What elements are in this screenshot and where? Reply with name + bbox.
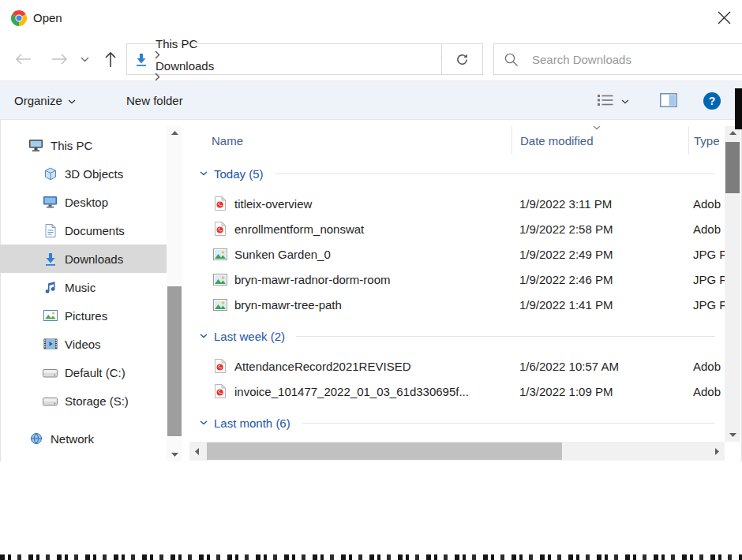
horizontal-scrollbar[interactable] [189, 442, 725, 461]
address-bar[interactable]: This PCDownloads [126, 43, 459, 75]
file-group-today-5: Today (5)titleix-overview1/9/2022 3:11 P… [189, 162, 725, 317]
chevron-down-icon [200, 420, 208, 425]
group-header[interactable]: Last week (2) [189, 325, 725, 347]
pdf-file-icon [213, 196, 227, 211]
sidebar-item-desktop[interactable]: Desktop [0, 188, 167, 216]
desktop-icon [43, 196, 58, 208]
file-row-attendancerecord2021revised[interactable]: AttendanceRecord2021REVISED1/6/2022 10:5… [189, 353, 725, 379]
breadcrumb: This PCDownloads [152, 37, 217, 81]
music-icon [43, 281, 58, 294]
column-header-name[interactable]: Name [189, 134, 512, 147]
file-group-last-month-6: Last month (6) [189, 412, 725, 442]
file-group-last-week-2: Last week (2)AttendanceRecord2021REVISED… [189, 325, 725, 404]
sidebar-item-music[interactable]: Music [0, 273, 167, 301]
scroll-right-icon[interactable] [715, 442, 719, 461]
file-row-bryn-mawr-radnor-dorm-room[interactable]: bryn-mawr-radnor-dorm-room1/9/2022 2:46 … [189, 267, 725, 292]
chevron-down-icon [200, 171, 208, 176]
file-list: Today (5)titleix-overview1/9/2022 3:11 P… [189, 162, 725, 442]
breadcrumb-item-this-pc[interactable]: This PC [152, 37, 200, 50]
file-list-scrollbar-thumb[interactable] [725, 142, 740, 193]
file-row-enrollmentform-nonswat[interactable]: enrollmentform_nonswat1/9/2022 2:58 PMAd… [189, 216, 725, 241]
downloads-folder-icon [135, 53, 148, 66]
sidebar-item-storage-s[interactable]: Storage (S:) [0, 386, 167, 415]
navigation-bar: This PCDownloads [0, 38, 742, 80]
column-header-type[interactable]: Type [688, 126, 725, 155]
sidebar-item-3d-objects[interactable]: 3D Objects [0, 159, 167, 188]
image-file-icon [213, 299, 227, 311]
change-view-button[interactable] [597, 81, 629, 119]
pdf-file-icon [213, 384, 227, 398]
recent-locations-button[interactable] [77, 46, 92, 73]
preview-pane-button[interactable] [660, 93, 677, 107]
file-row-bryn-mawr-tree-path[interactable]: bryn-mawr-tree-path1/9/2022 1:41 PMJPG F [189, 292, 725, 317]
chevron-down-icon [68, 99, 76, 104]
pictures-icon [43, 310, 58, 321]
file-row-sunken-garden-0[interactable]: Sunken Garden_01/9/2022 2:49 PMJPG F [189, 241, 725, 267]
sidebar-item-this-pc[interactable]: This PC [0, 131, 167, 159]
column-header-date-modified[interactable]: Date modified [512, 126, 688, 155]
close-icon [718, 11, 732, 24]
scroll-up-icon[interactable] [725, 131, 740, 135]
file-row-invoice-101477-2022-01-03-61d330695f[interactable]: invoice_101477_2022_01_03_61d330695f...1… [189, 379, 725, 404]
organize-button[interactable]: Organize [14, 81, 76, 119]
image-file-icon [213, 248, 227, 260]
downloads-icon [43, 252, 58, 266]
documents-icon [43, 224, 58, 237]
open-file-dialog: Open This PCDownloads Organize [0, 0, 742, 560]
pdf-file-icon [213, 359, 227, 373]
list-view-icon [597, 93, 614, 107]
sort-descending-icon [593, 126, 601, 130]
file-list-scrollbar[interactable] [725, 126, 740, 442]
file-list-area: Name Date modified Type Today (5)titleix… [189, 126, 725, 442]
new-folder-button[interactable]: New folder [126, 81, 183, 119]
pdf-file-icon [213, 222, 227, 236]
group-header[interactable]: Today (5) [189, 162, 725, 185]
sidebar-item-default-c[interactable]: Default (C:) [0, 358, 167, 386]
navigation-pane: This PC3D ObjectsDesktopDocumentsDownloa… [0, 126, 167, 461]
breadcrumb-item-downloads[interactable]: Downloads [152, 59, 217, 73]
image-file-icon [213, 274, 227, 286]
dialog-footer: File name: All Files Open Cancel [0, 461, 742, 560]
chevron-right-icon[interactable] [152, 50, 217, 59]
chevron-down-icon [200, 334, 208, 338]
sidebar-item-documents[interactable]: Documents [0, 216, 167, 245]
chevron-down-icon [621, 99, 629, 104]
background-page-artifact [735, 88, 742, 129]
file-row-titleix-overview[interactable]: titleix-overview1/9/2022 3:11 PMAdob [189, 191, 725, 216]
sidebar-item-pictures[interactable]: Pictures [0, 301, 167, 330]
help-button[interactable]: ? [703, 92, 721, 110]
search-icon [504, 52, 519, 67]
up-button[interactable] [98, 46, 123, 73]
help-icon: ? [703, 92, 721, 110]
cube-icon [43, 167, 58, 181]
videos-icon [43, 338, 58, 349]
column-headers: Name Date modified Type [189, 126, 725, 155]
close-button[interactable] [718, 11, 732, 25]
svg-text:?: ? [709, 95, 716, 107]
window-title: Open [33, 0, 62, 38]
titlebar: Open [0, 0, 742, 38]
search-input[interactable] [530, 52, 742, 67]
forward-button[interactable] [46, 46, 73, 73]
sidebar-item-videos[interactable]: Videos [0, 330, 167, 358]
refresh-button[interactable] [441, 43, 483, 75]
scroll-down-icon[interactable] [167, 453, 182, 457]
command-toolbar: Organize New folder ? [0, 80, 742, 120]
background-page-text-fragments [0, 554, 742, 560]
sidebar-scrollbar-thumb[interactable] [167, 286, 182, 436]
pc-icon [28, 139, 43, 152]
drive-icon [43, 396, 58, 406]
drive-icon [43, 368, 58, 378]
back-button[interactable] [9, 46, 36, 73]
scroll-left-icon[interactable] [195, 442, 199, 461]
scroll-up-icon[interactable] [167, 131, 182, 135]
preview-pane-icon [660, 93, 677, 107]
sidebar-item-downloads[interactable]: Downloads [0, 245, 167, 273]
horizontal-scrollbar-thumb[interactable] [207, 442, 562, 460]
scroll-down-icon[interactable] [725, 433, 740, 437]
sidebar-scrollbar[interactable] [167, 126, 182, 461]
sidebar-item-network[interactable]: Network [0, 424, 167, 453]
chrome-icon [11, 10, 27, 26]
group-header[interactable]: Last month (6) [189, 412, 725, 434]
search-box [493, 43, 742, 75]
